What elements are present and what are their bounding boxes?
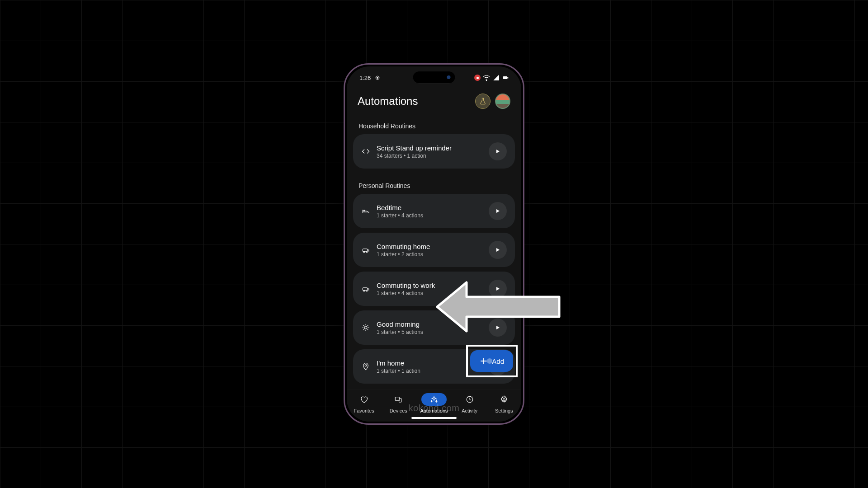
sparkle-icon	[430, 395, 438, 404]
svg-point-2	[486, 80, 487, 81]
status-dot-icon	[373, 74, 382, 82]
svg-point-13	[365, 365, 367, 366]
profile-avatar[interactable]	[495, 94, 510, 109]
touch-indicator	[487, 358, 492, 364]
household-section-label: Household Routines	[353, 113, 515, 134]
svg-point-12	[364, 326, 367, 329]
routine-subtitle: 1 starter • 2 actions	[377, 251, 482, 258]
volume-up-button	[344, 128, 345, 150]
code-icon	[361, 147, 370, 155]
dynamic-island	[413, 71, 456, 84]
phone-frame: 1:26 Automations Household Routines	[344, 63, 524, 425]
signal-icon	[492, 74, 500, 82]
routine-subtitle: 34 starters • 1 action	[377, 153, 482, 159]
status-time: 1:26	[359, 75, 371, 81]
gear-icon	[500, 395, 508, 404]
nav-label: Activity	[462, 408, 477, 413]
sun-icon	[361, 324, 370, 332]
nav-label: Settings	[495, 408, 513, 413]
arrow-annotation	[435, 278, 562, 336]
nav-favorites[interactable]: Favorites	[351, 393, 377, 413]
phone-screen: 1:26 Automations Household Routines	[347, 66, 521, 422]
svg-point-1	[377, 77, 378, 79]
page-header: Automations	[347, 84, 521, 113]
play-button[interactable]	[489, 142, 507, 160]
lab-flask-icon	[479, 97, 487, 105]
volume-down-button	[344, 155, 345, 178]
svg-point-11	[366, 290, 368, 291]
activity-icon	[466, 395, 474, 404]
svg-point-10	[363, 290, 365, 291]
nav-label: Favorites	[354, 408, 374, 413]
home-indicator[interactable]	[411, 417, 457, 419]
location-icon	[361, 362, 370, 371]
play-button[interactable]	[489, 241, 507, 259]
page-title: Automations	[358, 95, 418, 108]
routine-subtitle: 1 starter • 4 actions	[377, 212, 482, 219]
routine-card[interactable]: Script Stand up reminder 34 starters • 1…	[353, 134, 515, 169]
personal-section-label: Personal Routines	[353, 173, 515, 194]
routine-title: Bedtime	[377, 204, 482, 211]
svg-point-7	[363, 251, 365, 253]
routine-title: Script Stand up reminder	[377, 144, 482, 152]
lab-button[interactable]	[475, 94, 491, 109]
svg-point-5	[363, 210, 365, 211]
svg-rect-4	[508, 77, 508, 78]
bed-icon	[361, 207, 370, 215]
record-icon	[474, 75, 481, 81]
add-button[interactable]: Add	[470, 350, 513, 372]
wifi-icon	[482, 74, 491, 82]
routine-card[interactable]: Bedtime 1 starter • 4 actions	[353, 194, 515, 228]
svg-point-8	[366, 251, 368, 253]
power-button	[523, 141, 524, 178]
svg-rect-3	[503, 76, 507, 79]
commute-home-icon	[361, 246, 370, 254]
nav-activity[interactable]: Activity	[457, 393, 482, 413]
devices-icon	[394, 395, 402, 404]
heart-icon	[360, 395, 368, 404]
nav-settings[interactable]: Settings	[491, 393, 517, 413]
commute-work-icon	[361, 285, 370, 293]
nav-devices[interactable]: Devices	[386, 393, 411, 413]
watermark-text: kokond.com	[409, 403, 460, 413]
camera-dot	[447, 75, 451, 79]
routine-title: Commuting home	[377, 243, 482, 250]
svg-point-17	[503, 399, 505, 401]
nav-label: Devices	[390, 408, 407, 413]
play-button[interactable]	[489, 202, 507, 220]
add-button-label: Add	[492, 357, 504, 365]
routine-card[interactable]: Commuting home 1 starter • 2 actions	[353, 233, 515, 267]
battery-icon	[502, 74, 509, 82]
